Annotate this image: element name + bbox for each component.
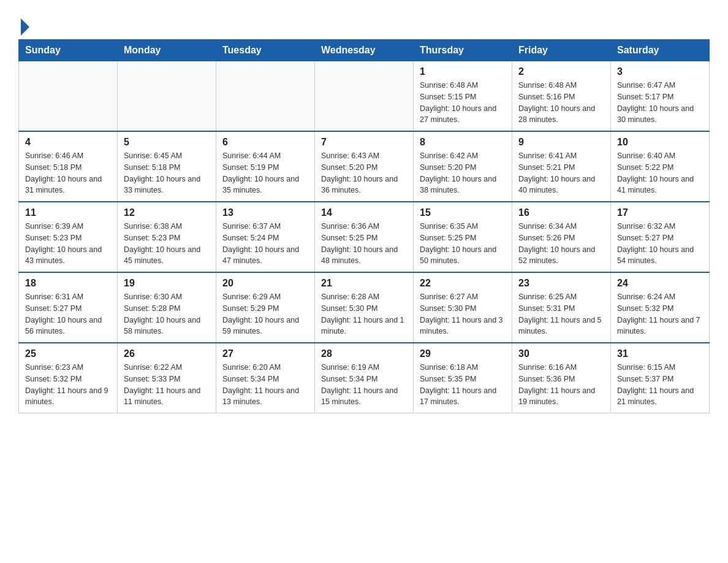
day-info: Sunrise: 6:23 AM Sunset: 5:32 PM Dayligh… [25,362,111,408]
day-number: 12 [124,207,210,218]
calendar-header-row: SundayMondayTuesdayWednesdayThursdayFrid… [19,40,710,61]
calendar-week-row: 18Sunrise: 6:31 AM Sunset: 5:27 PM Dayli… [19,272,710,343]
calendar-cell: 23Sunrise: 6:25 AM Sunset: 5:31 PM Dayli… [512,272,611,343]
calendar-cell: 26Sunrise: 6:22 AM Sunset: 5:33 PM Dayli… [118,343,216,413]
calendar-cell: 3Sunrise: 6:47 AM Sunset: 5:17 PM Daylig… [611,61,710,132]
day-number: 3 [617,66,703,77]
calendar-cell: 11Sunrise: 6:39 AM Sunset: 5:23 PM Dayli… [19,202,118,272]
calendar-cell: 10Sunrise: 6:40 AM Sunset: 5:22 PM Dayli… [611,131,710,202]
day-info: Sunrise: 6:41 AM Sunset: 5:21 PM Dayligh… [518,150,604,196]
day-info: Sunrise: 6:40 AM Sunset: 5:22 PM Dayligh… [617,150,703,196]
calendar-cell [315,61,414,132]
calendar-cell [216,61,315,132]
calendar-cell: 22Sunrise: 6:27 AM Sunset: 5:30 PM Dayli… [414,272,512,343]
day-number: 20 [222,278,308,289]
calendar-cell [118,61,216,132]
day-info: Sunrise: 6:38 AM Sunset: 5:23 PM Dayligh… [124,221,210,267]
day-info: Sunrise: 6:46 AM Sunset: 5:18 PM Dayligh… [25,150,111,196]
day-number: 22 [420,278,506,289]
calendar-cell: 31Sunrise: 6:15 AM Sunset: 5:37 PM Dayli… [611,343,710,413]
day-header-sunday: Sunday [19,40,118,61]
day-info: Sunrise: 6:47 AM Sunset: 5:17 PM Dayligh… [617,80,703,126]
day-info: Sunrise: 6:16 AM Sunset: 5:36 PM Dayligh… [518,362,604,408]
day-number: 29 [420,348,506,359]
day-info: Sunrise: 6:29 AM Sunset: 5:29 PM Dayligh… [222,291,308,337]
calendar-cell: 19Sunrise: 6:30 AM Sunset: 5:28 PM Dayli… [118,272,216,343]
day-info: Sunrise: 6:36 AM Sunset: 5:25 PM Dayligh… [321,221,407,267]
day-number: 10 [617,137,703,148]
day-info: Sunrise: 6:27 AM Sunset: 5:30 PM Dayligh… [420,291,506,337]
day-info: Sunrise: 6:43 AM Sunset: 5:20 PM Dayligh… [321,150,407,196]
day-info: Sunrise: 6:19 AM Sunset: 5:34 PM Dayligh… [321,362,407,408]
day-number: 13 [222,207,308,218]
day-header-tuesday: Tuesday [216,40,315,61]
day-number: 9 [518,137,604,148]
day-info: Sunrise: 6:45 AM Sunset: 5:18 PM Dayligh… [124,150,210,196]
calendar-cell: 27Sunrise: 6:20 AM Sunset: 5:34 PM Dayli… [216,343,315,413]
calendar-table: SundayMondayTuesdayWednesdayThursdayFrid… [18,39,710,413]
calendar-cell: 12Sunrise: 6:38 AM Sunset: 5:23 PM Dayli… [118,202,216,272]
day-info: Sunrise: 6:30 AM Sunset: 5:28 PM Dayligh… [124,291,210,337]
calendar-cell: 25Sunrise: 6:23 AM Sunset: 5:32 PM Dayli… [19,343,118,413]
day-header-monday: Monday [118,40,216,61]
logo [18,12,29,33]
day-number: 31 [617,348,703,359]
day-info: Sunrise: 6:37 AM Sunset: 5:24 PM Dayligh… [222,221,308,267]
day-info: Sunrise: 6:22 AM Sunset: 5:33 PM Dayligh… [124,362,210,408]
calendar-week-row: 4Sunrise: 6:46 AM Sunset: 5:18 PM Daylig… [19,131,710,202]
calendar-cell: 16Sunrise: 6:34 AM Sunset: 5:26 PM Dayli… [512,202,611,272]
calendar-cell: 28Sunrise: 6:19 AM Sunset: 5:34 PM Dayli… [315,343,414,413]
day-header-wednesday: Wednesday [315,40,414,61]
day-header-saturday: Saturday [611,40,710,61]
calendar-cell [19,61,118,132]
calendar-cell: 15Sunrise: 6:35 AM Sunset: 5:25 PM Dayli… [414,202,512,272]
calendar-cell: 5Sunrise: 6:45 AM Sunset: 5:18 PM Daylig… [118,131,216,202]
day-number: 6 [222,137,308,148]
calendar-cell: 30Sunrise: 6:16 AM Sunset: 5:36 PM Dayli… [512,343,611,413]
calendar-cell: 21Sunrise: 6:28 AM Sunset: 5:30 PM Dayli… [315,272,414,343]
day-number: 5 [124,137,210,148]
calendar-cell: 9Sunrise: 6:41 AM Sunset: 5:21 PM Daylig… [512,131,611,202]
day-info: Sunrise: 6:31 AM Sunset: 5:27 PM Dayligh… [25,291,111,337]
day-info: Sunrise: 6:20 AM Sunset: 5:34 PM Dayligh… [222,362,308,408]
day-info: Sunrise: 6:24 AM Sunset: 5:32 PM Dayligh… [617,291,703,337]
day-info: Sunrise: 6:34 AM Sunset: 5:26 PM Dayligh… [518,221,604,267]
calendar-week-row: 11Sunrise: 6:39 AM Sunset: 5:23 PM Dayli… [19,202,710,272]
calendar-cell: 18Sunrise: 6:31 AM Sunset: 5:27 PM Dayli… [19,272,118,343]
day-header-thursday: Thursday [414,40,512,61]
calendar-cell: 14Sunrise: 6:36 AM Sunset: 5:25 PM Dayli… [315,202,414,272]
day-info: Sunrise: 6:48 AM Sunset: 5:16 PM Dayligh… [518,80,604,126]
day-info: Sunrise: 6:25 AM Sunset: 5:31 PM Dayligh… [518,291,604,337]
day-number: 26 [124,348,210,359]
calendar-cell: 2Sunrise: 6:48 AM Sunset: 5:16 PM Daylig… [512,61,611,132]
day-number: 2 [518,66,604,77]
day-number: 7 [321,137,407,148]
day-number: 18 [25,278,111,289]
page-header [18,12,710,33]
day-info: Sunrise: 6:32 AM Sunset: 5:27 PM Dayligh… [617,221,703,267]
day-number: 21 [321,278,407,289]
day-number: 19 [124,278,210,289]
day-info: Sunrise: 6:18 AM Sunset: 5:35 PM Dayligh… [420,362,506,408]
day-info: Sunrise: 6:42 AM Sunset: 5:20 PM Dayligh… [420,150,506,196]
day-number: 23 [518,278,604,289]
day-info: Sunrise: 6:15 AM Sunset: 5:37 PM Dayligh… [617,362,703,408]
day-number: 24 [617,278,703,289]
calendar-cell: 4Sunrise: 6:46 AM Sunset: 5:18 PM Daylig… [19,131,118,202]
calendar-cell: 13Sunrise: 6:37 AM Sunset: 5:24 PM Dayli… [216,202,315,272]
day-number: 30 [518,348,604,359]
day-number: 14 [321,207,407,218]
day-info: Sunrise: 6:48 AM Sunset: 5:15 PM Dayligh… [420,80,506,126]
calendar-week-row: 25Sunrise: 6:23 AM Sunset: 5:32 PM Dayli… [19,343,710,413]
day-number: 25 [25,348,111,359]
calendar-cell: 24Sunrise: 6:24 AM Sunset: 5:32 PM Dayli… [611,272,710,343]
day-number: 11 [25,207,111,218]
calendar-cell: 6Sunrise: 6:44 AM Sunset: 5:19 PM Daylig… [216,131,315,202]
day-info: Sunrise: 6:39 AM Sunset: 5:23 PM Dayligh… [25,221,111,267]
calendar-cell: 1Sunrise: 6:48 AM Sunset: 5:15 PM Daylig… [414,61,512,132]
day-info: Sunrise: 6:28 AM Sunset: 5:30 PM Dayligh… [321,291,407,337]
day-number: 15 [420,207,506,218]
day-info: Sunrise: 6:44 AM Sunset: 5:19 PM Dayligh… [222,150,308,196]
day-number: 8 [420,137,506,148]
day-number: 1 [420,66,506,77]
